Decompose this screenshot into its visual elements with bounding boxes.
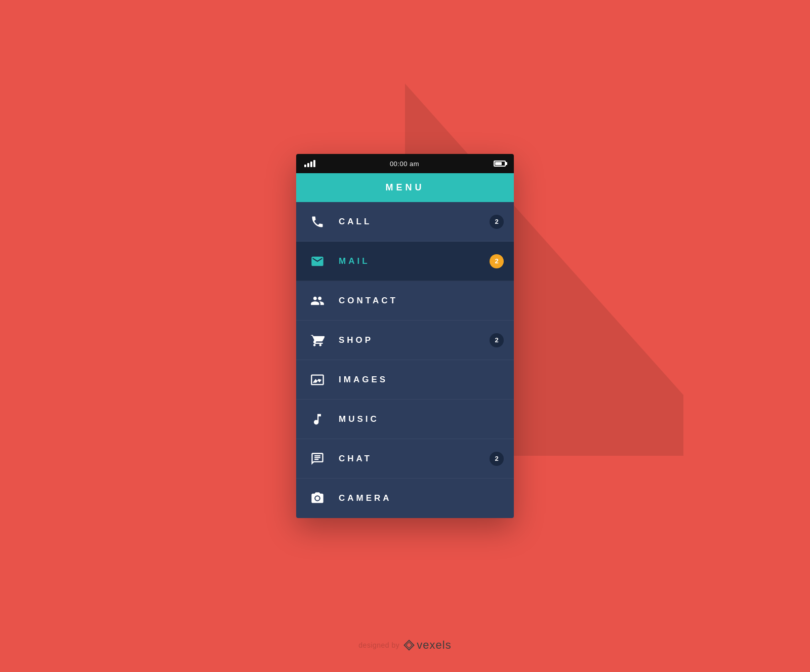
vexels-diamond-icon xyxy=(403,640,415,651)
mail-badge: 2 xyxy=(490,254,504,268)
vexels-logo: vexels xyxy=(403,639,451,652)
battery-indicator xyxy=(494,161,506,167)
phone-icon xyxy=(306,215,329,229)
images-icon xyxy=(306,373,329,387)
signal-bar-1 xyxy=(304,165,306,167)
call-label: CALL xyxy=(339,217,490,227)
menu-item-camera[interactable]: CAMERA xyxy=(296,479,514,518)
signal-bar-3 xyxy=(310,162,312,167)
mail-icon xyxy=(306,254,329,268)
signal-bar-2 xyxy=(307,163,309,167)
menu-item-call[interactable]: CALL 2 xyxy=(296,202,514,242)
shop-badge: 2 xyxy=(490,333,504,347)
call-badge: 2 xyxy=(490,215,504,229)
app-header: MENU xyxy=(296,173,514,202)
signal-bar-4 xyxy=(313,160,315,167)
images-label: IMAGES xyxy=(339,375,504,385)
designed-by-text: designed by xyxy=(358,641,399,649)
signal-indicator xyxy=(304,160,315,167)
cart-icon xyxy=(306,333,329,347)
menu-item-music[interactable]: MUSIC xyxy=(296,400,514,439)
svg-marker-1 xyxy=(404,640,414,650)
camera-icon xyxy=(306,491,329,505)
menu-item-mail[interactable]: MAIL 2 xyxy=(296,242,514,281)
shop-label: SHOP xyxy=(339,335,490,345)
menu-item-chat[interactable]: CHAT 2 xyxy=(296,439,514,479)
battery-body xyxy=(494,161,506,167)
svg-marker-2 xyxy=(406,642,412,648)
camera-label: CAMERA xyxy=(339,493,504,503)
contact-icon xyxy=(306,294,329,308)
menu-item-contact[interactable]: CONTACT xyxy=(296,281,514,321)
music-icon xyxy=(306,412,329,426)
chat-icon xyxy=(306,452,329,466)
footer: designed by vexels xyxy=(0,639,810,652)
menu-list: CALL 2 MAIL 2 CONTACT xyxy=(296,202,514,518)
header-title: MENU xyxy=(305,182,505,193)
vexels-brand-name: vexels xyxy=(417,639,451,652)
menu-item-images[interactable]: IMAGES xyxy=(296,360,514,400)
chat-label: CHAT xyxy=(339,454,490,464)
phone-mockup: 00:00 am MENU CALL 2 xyxy=(296,154,514,518)
menu-item-shop[interactable]: SHOP 2 xyxy=(296,321,514,360)
status-time: 00:00 am xyxy=(390,160,419,168)
status-bar: 00:00 am xyxy=(296,154,514,173)
battery-fill xyxy=(495,162,502,165)
music-label: MUSIC xyxy=(339,414,504,424)
mail-label: MAIL xyxy=(339,256,490,266)
chat-badge: 2 xyxy=(490,452,504,466)
contact-label: CONTACT xyxy=(339,296,504,306)
